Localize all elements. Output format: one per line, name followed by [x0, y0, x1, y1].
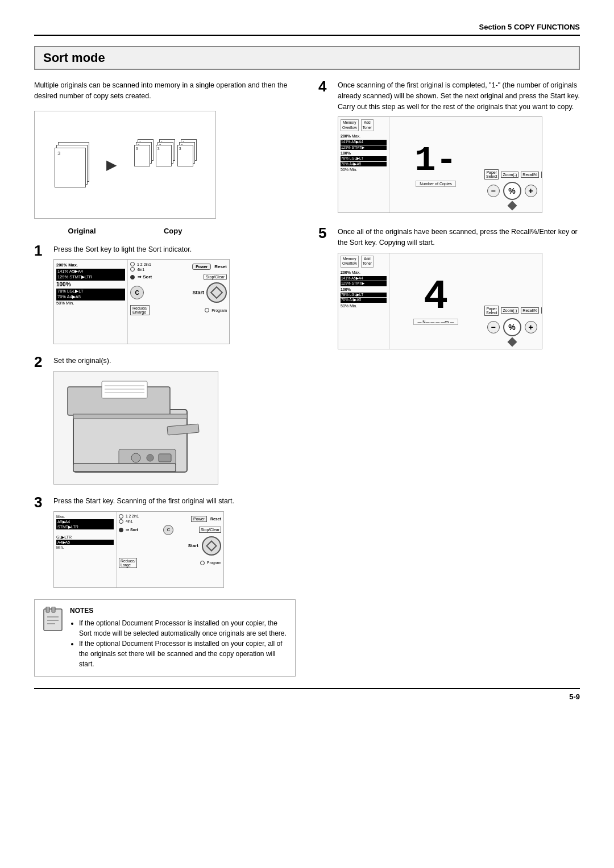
intro-text: Multiple originals can be scanned into m… — [34, 80, 296, 102]
step1-panel-diagram: 200% Max. 141% A5▶A4 129% STMT▶LTR 100% … — [53, 259, 230, 344]
sort-indicator — [130, 275, 135, 279]
stop-clear-btn[interactable]: Stop/Clear — [204, 274, 227, 280]
step-3-content: Press the Start key. Scanning of the fir… — [53, 496, 296, 588]
number-of-copies-label: Number of Copies — [416, 181, 455, 187]
step3-zoom-list: Max. A5▶A4 STMT▶LTR GL▶LTR A4▶A5 Min. — [54, 512, 117, 587]
note-item-2: If the optional Document Processor is in… — [79, 639, 287, 669]
notes-icon — [43, 607, 63, 669]
step-5-text: Once all of the originals have been scan… — [338, 227, 580, 248]
2in1-radio — [130, 262, 135, 266]
step4-plus-btn[interactable]: + — [525, 185, 537, 197]
start-btn[interactable] — [206, 282, 227, 303]
step5-left: MemoryOverflow AddToner 200% Max. 141% A… — [338, 253, 389, 349]
copy-stack-2: 1 2 3 — [156, 139, 174, 190]
power-btn[interactable]: Power — [192, 264, 211, 270]
step4-minus-btn[interactable]: − — [487, 185, 500, 197]
step1-zoom-list: 200% Max. 141% A5▶A4 129% STMT▶LTR 100% … — [54, 260, 128, 344]
original-stack: 1 2 3 — [55, 142, 89, 187]
right-column: 4 Once scanning of the first original is… — [318, 80, 580, 677]
step-2-content: Set the original(s). — [53, 356, 296, 485]
step4-zoom-minus[interactable]: Zoom(-) — [501, 172, 518, 178]
page: Section 5 COPY FUNCTIONS Sort mode Multi… — [0, 0, 614, 868]
copy-stacks: 1 2 3 1 — [134, 139, 196, 190]
step5-recall[interactable]: Recall% — [521, 307, 539, 314]
svg-rect-2 — [102, 381, 147, 398]
step-3: 3 Press the Start key. Scanning of the f… — [34, 496, 296, 588]
step4-recall[interactable]: Recall% — [521, 172, 539, 178]
step5-right: PaperSelect Zoom(-) Recall% Zoom(+) Redu… — [482, 253, 542, 349]
left-column: Multiple originals can be scanned into m… — [34, 80, 296, 677]
note-item-1: If the optional Document Processor is in… — [79, 618, 287, 639]
step4-diamond-icon — [507, 201, 517, 211]
svg-rect-12 — [73, 464, 176, 471]
step4-pct-btn[interactable]: % — [503, 182, 521, 200]
4in1-radio — [130, 267, 135, 272]
step5-plus-btn[interactable]: + — [525, 321, 537, 333]
step5-pct-btn[interactable]: % — [503, 318, 521, 336]
page-title: Sort mode — [34, 46, 580, 70]
step5-diamond-icon — [507, 337, 517, 347]
section-header: Section 5 COPY FUNCTIONS — [34, 23, 580, 36]
step-1-number: 1 — [34, 243, 48, 258]
svg-point-9 — [131, 453, 140, 462]
step3-start-btn[interactable] — [202, 536, 221, 556]
copier-svg — [62, 375, 210, 481]
step5-paper-select[interactable]: PaperSelect — [484, 306, 499, 316]
step4-number-diagram: MemoryOverflow AddToner 200% Max. 141% A… — [338, 116, 542, 213]
step-1-text: Press the Sort key to light the Sort ind… — [53, 244, 296, 255]
step2-copier-diagram — [53, 371, 218, 485]
step-5-number: 5 — [318, 226, 332, 240]
step4-paper-select[interactable]: PaperSelect — [484, 169, 499, 180]
step5-number-diagram: MemoryOverflow AddToner 200% Max. 141% A… — [338, 253, 542, 349]
step-4-text: Once scanning of the first original is c… — [338, 80, 580, 112]
step3-c-btn[interactable]: C — [163, 525, 173, 535]
svg-rect-6 — [73, 414, 187, 419]
svg-rect-11 — [159, 454, 171, 462]
step4-left: MemoryOverflow AddToner 200% Max. 141% A… — [338, 117, 389, 212]
notes-title: NOTES — [70, 607, 287, 615]
reset-label: Reset — [214, 264, 227, 269]
notes-content: NOTES If the optional Document Processor… — [70, 607, 287, 669]
step3-reduce-enlarge[interactable]: Reduce/Large — [119, 558, 137, 568]
step5-zoom-minus[interactable]: Zoom(-) — [501, 307, 518, 314]
step-1: 1 Press the Sort key to light the Sort i… — [34, 244, 296, 345]
copy-stack-1: 1 2 3 — [134, 139, 152, 190]
step5-num-copies-label: — N— — — —es — — [413, 319, 458, 325]
step4-zoom-plus[interactable]: Zoom(+) — [541, 172, 542, 178]
program-radio — [205, 308, 209, 312]
original-label: Original — [68, 227, 96, 235]
step-1-content: Press the Sort key to light the Sort ind… — [53, 244, 296, 345]
step5-center: 4 — N— — — —es — — [389, 253, 482, 349]
step-2: 2 Set the original(s). — [34, 356, 296, 485]
step5-minus-btn[interactable]: − — [487, 321, 500, 333]
original-sheets: 1 2 3 — [55, 142, 89, 187]
copy-stack-3: 1 2 3 — [177, 139, 196, 190]
notes-list: If the optional Document Processor is in… — [70, 618, 287, 669]
step-2-text: Set the original(s). — [53, 356, 296, 366]
step3-stop-clear[interactable]: Stop/Clear — [199, 527, 221, 533]
svg-rect-14 — [46, 607, 49, 612]
orig-copy-diagram: 1 2 3 ▶ — [34, 111, 216, 219]
step-4: 4 Once scanning of the first original is… — [318, 80, 580, 213]
arrow-icon: ▶ — [106, 157, 117, 173]
reduce-enlarge-btn[interactable]: Reduce/Enlarge — [130, 305, 150, 315]
main-content: Multiple originals can be scanned into m… — [34, 80, 580, 677]
sheet-3: 3 — [55, 148, 86, 187]
step-5: 5 Once all of the originals have been sc… — [318, 227, 580, 349]
step-2-number: 2 — [34, 354, 48, 369]
step-3-number: 3 — [34, 495, 48, 510]
step-3-text: Press the Start key. Scanning of the fir… — [53, 496, 296, 507]
c-button[interactable]: C — [130, 286, 144, 299]
step4-center: 1- Number of Copies — [389, 117, 482, 212]
step3-panel-right: 1 2 2in1 4in1 Power Reset — [117, 512, 223, 587]
page-number: 5-9 — [34, 688, 580, 701]
sort-label: ⇒ Sort — [138, 274, 152, 279]
orig-copy-labels: Original Copy — [34, 227, 216, 235]
step5-zoom-plus[interactable]: Zoom(+) — [541, 307, 542, 314]
step3-power-btn[interactable]: Power — [191, 516, 207, 522]
step3-panel-diagram: Max. A5▶A4 STMT▶LTR GL▶LTR A4▶A5 Min. — [53, 511, 224, 588]
step5-display-number: 4 — [424, 277, 448, 318]
notes-box: NOTES If the optional Document Processor… — [34, 599, 296, 677]
step-5-content: Once all of the originals have been scan… — [338, 227, 580, 349]
orig-copy-diagram-wrapper: 1 2 3 ▶ — [34, 111, 296, 235]
